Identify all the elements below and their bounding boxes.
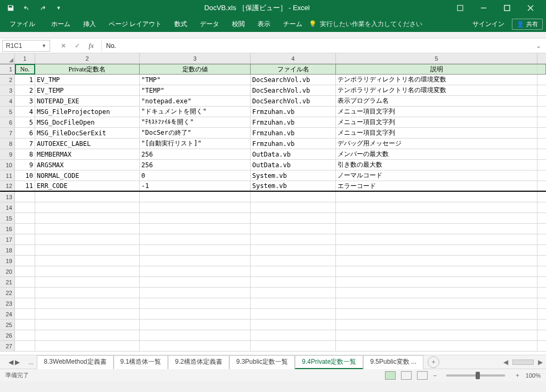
view-pagelayout-button[interactable] — [401, 371, 412, 380]
row-header[interactable]: 26 — [0, 330, 15, 340]
select-all-corner[interactable] — [0, 53, 15, 63]
cell[interactable] — [140, 277, 251, 287]
cell[interactable]: 2 — [15, 85, 35, 95]
maximize-button[interactable] — [496, 1, 518, 15]
cell[interactable]: MSG_FileProjectopen — [35, 107, 140, 117]
cell[interactable] — [336, 266, 537, 276]
row-header[interactable]: 25 — [0, 320, 15, 330]
col-header[interactable]: 5 — [336, 53, 537, 63]
cell[interactable] — [251, 330, 336, 340]
cell[interactable] — [140, 256, 251, 266]
name-box[interactable]: R1C1 ▼ — [2, 40, 50, 52]
cell[interactable] — [35, 224, 140, 234]
save-button[interactable] — [4, 2, 17, 14]
cell[interactable]: NOTEPAD_EXE — [35, 96, 140, 106]
cell[interactable] — [251, 277, 336, 287]
row-header[interactable]: 11 — [0, 170, 15, 181]
cell[interactable]: 9 — [15, 160, 35, 170]
cell[interactable] — [35, 234, 140, 244]
cell[interactable] — [15, 213, 35, 223]
cell[interactable] — [15, 320, 35, 330]
ribbon-tab[interactable]: 校閲 — [226, 16, 251, 32]
cell[interactable] — [15, 245, 35, 255]
cell[interactable]: ノーマルコード — [336, 170, 537, 181]
cell[interactable]: メニュー項目文字列 — [336, 117, 537, 127]
zoom-slider[interactable] — [446, 374, 505, 377]
qat-customize-dropdown[interactable]: ▼ — [52, 2, 65, 14]
cell[interactable] — [336, 288, 537, 298]
cell[interactable]: Frmzuhan.vb — [251, 117, 336, 127]
cell[interactable] — [251, 288, 336, 298]
cell[interactable]: System.vb — [251, 181, 336, 191]
row-header[interactable]: 7 — [0, 128, 15, 138]
cell[interactable]: 10 — [15, 170, 35, 181]
row-header[interactable]: 18 — [0, 245, 15, 255]
cell[interactable] — [251, 224, 336, 234]
cell[interactable]: AUTOEXEC_LABEL — [35, 138, 140, 149]
row-header[interactable]: 8 — [0, 138, 15, 149]
ribbon-tab[interactable]: ホーム — [45, 16, 77, 32]
share-button[interactable]: 👤 共有 — [512, 19, 543, 30]
close-button[interactable] — [519, 1, 542, 15]
row-header[interactable]: 9 — [0, 149, 15, 159]
row-header[interactable]: 16 — [0, 224, 15, 234]
cell[interactable] — [140, 309, 251, 319]
cell[interactable] — [251, 202, 336, 213]
cell[interactable] — [336, 224, 537, 234]
cell[interactable] — [140, 320, 251, 330]
cell[interactable]: "ﾃｷｽﾄﾌｧｲﾙを開く" — [140, 117, 251, 127]
cell[interactable] — [140, 288, 251, 298]
cell[interactable] — [251, 234, 336, 244]
cell[interactable] — [336, 202, 537, 213]
tabs-overflow-indicator[interactable]: ... — [25, 358, 37, 366]
cell[interactable]: 5 — [15, 117, 35, 127]
sheet-tab[interactable]: 9.4Private定数一覧 — [295, 355, 363, 369]
cell[interactable]: 3 — [15, 96, 35, 106]
cell[interactable]: DocSearchVol.vb — [251, 75, 336, 85]
zoom-out-button[interactable]: − — [433, 372, 436, 379]
cell[interactable]: EV_TMP — [35, 75, 140, 85]
cell[interactable]: 256 — [140, 160, 251, 170]
cell[interactable]: 7 — [15, 138, 35, 149]
row-header[interactable]: 21 — [0, 277, 15, 287]
cell[interactable] — [140, 266, 251, 276]
cell[interactable] — [251, 192, 336, 202]
cell[interactable] — [140, 245, 251, 255]
sheet-tab[interactable]: 9.5Public変数 ... — [363, 355, 423, 369]
cell[interactable] — [140, 330, 251, 340]
cell[interactable] — [15, 341, 35, 351]
cell[interactable]: -1 — [140, 181, 251, 191]
cancel-formula-button[interactable]: ✕ — [57, 40, 70, 52]
cell[interactable]: デバッグ用メッセージ — [336, 138, 537, 149]
row-header[interactable]: 20 — [0, 266, 15, 276]
cell[interactable]: Frmzuhan.vb — [251, 107, 336, 117]
row-header[interactable]: 13 — [0, 192, 15, 202]
cell[interactable] — [336, 330, 537, 340]
cell[interactable] — [251, 213, 336, 223]
row-header[interactable]: 12 — [0, 181, 15, 191]
cell[interactable] — [15, 192, 35, 202]
row-header[interactable]: 17 — [0, 234, 15, 244]
cell[interactable] — [336, 341, 537, 351]
zoom-in-button[interactable]: ＋ — [515, 371, 520, 379]
cell[interactable] — [15, 309, 35, 319]
cell[interactable] — [15, 234, 35, 244]
cell[interactable]: Frmzuhan.vb — [251, 128, 336, 138]
cell[interactable] — [15, 298, 35, 308]
cell[interactable]: DocSearchVol.vb — [251, 96, 336, 106]
cell[interactable] — [35, 192, 140, 202]
cell[interactable]: DocSearchVol.vb — [251, 85, 336, 95]
cell[interactable] — [251, 245, 336, 255]
cell[interactable] — [35, 341, 140, 351]
cell[interactable]: エラーコード — [336, 181, 537, 191]
cell[interactable]: "ドキュメントを開く" — [140, 107, 251, 117]
row-header[interactable]: 6 — [0, 117, 15, 127]
cell[interactable]: 4 — [15, 107, 35, 117]
formula-bar-expand-button[interactable]: ⌄ — [533, 42, 544, 50]
row-header[interactable]: 27 — [0, 341, 15, 351]
cell[interactable]: No. — [15, 64, 35, 74]
cell[interactable] — [15, 256, 35, 266]
row-header[interactable]: 4 — [0, 96, 15, 106]
cell[interactable] — [35, 298, 140, 308]
cell[interactable] — [35, 320, 140, 330]
